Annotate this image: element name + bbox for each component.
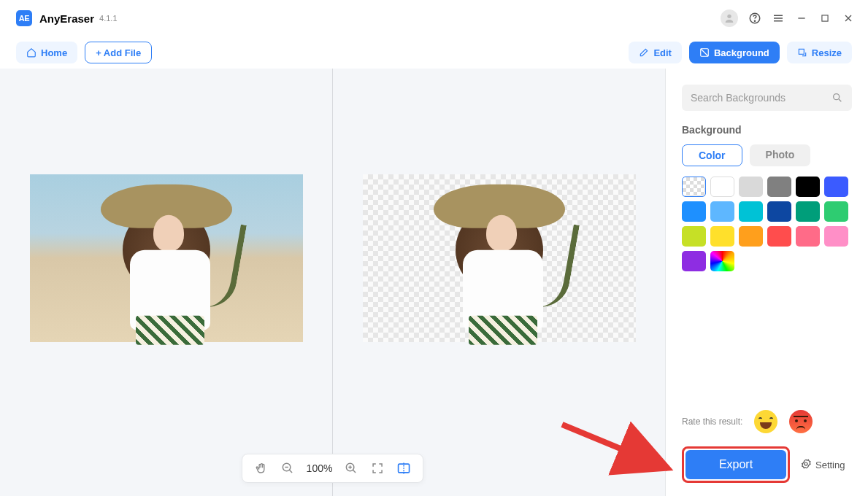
svg-point-2 xyxy=(754,20,755,21)
tab-photo[interactable]: Photo xyxy=(750,144,811,166)
minimize-icon[interactable] xyxy=(795,12,808,25)
pan-tool-icon[interactable] xyxy=(254,461,269,476)
help-icon[interactable] xyxy=(748,12,761,25)
background-tabs: Color Photo xyxy=(682,144,852,166)
color-swatch[interactable] xyxy=(682,177,706,197)
add-file-button[interactable]: + Add File xyxy=(85,42,152,63)
svg-rect-5 xyxy=(799,49,804,54)
color-swatch[interactable] xyxy=(796,177,820,197)
maximize-icon[interactable] xyxy=(818,12,831,25)
tab-color[interactable]: Color xyxy=(682,144,742,166)
user-avatar[interactable] xyxy=(721,9,738,27)
home-label: Home xyxy=(41,47,67,58)
color-swatch[interactable] xyxy=(824,177,848,197)
zoom-level: 100% xyxy=(307,462,333,474)
rate-bad-emoji[interactable] xyxy=(789,410,813,433)
color-swatch[interactable] xyxy=(767,201,791,222)
zoom-out-icon[interactable] xyxy=(280,461,295,476)
color-swatch[interactable] xyxy=(682,251,706,271)
color-swatch[interactable] xyxy=(710,226,734,247)
color-swatch[interactable] xyxy=(739,177,763,197)
home-button[interactable]: Home xyxy=(16,42,77,63)
result-image xyxy=(363,174,636,342)
color-swatch[interactable] xyxy=(682,201,706,222)
main: 100% Background Color Photo Rate this re… xyxy=(0,69,868,496)
color-swatch[interactable] xyxy=(767,177,791,197)
original-panel xyxy=(0,69,332,496)
app-name: AnyEraser xyxy=(39,12,94,25)
search-input[interactable] xyxy=(691,92,831,104)
canvas-controls: 100% xyxy=(242,454,424,483)
color-swatch[interactable] xyxy=(767,226,791,247)
export-highlight: Export xyxy=(682,446,790,483)
color-swatch[interactable] xyxy=(710,177,734,197)
app-version: 4.1.1 xyxy=(99,14,117,23)
color-swatch[interactable] xyxy=(739,226,763,247)
svg-point-0 xyxy=(727,15,731,18)
setting-label: Setting xyxy=(815,460,845,470)
rate-label: Rate this result: xyxy=(682,416,742,427)
color-swatch[interactable] xyxy=(824,226,848,247)
home-icon xyxy=(26,47,37,58)
fullscreen-icon[interactable] xyxy=(370,461,385,476)
color-swatches xyxy=(682,177,852,271)
background-section-title: Background xyxy=(682,124,852,136)
svg-point-10 xyxy=(804,462,807,465)
search-backgrounds[interactable] xyxy=(682,85,852,111)
close-icon[interactable] xyxy=(842,12,855,25)
edit-label: Edit xyxy=(653,47,672,58)
edit-icon xyxy=(639,47,649,58)
rate-good-emoji[interactable] xyxy=(754,410,777,433)
compare-icon[interactable] xyxy=(396,461,411,476)
svg-rect-3 xyxy=(822,15,828,21)
resize-icon xyxy=(797,47,807,58)
color-swatch[interactable] xyxy=(710,251,734,271)
original-image xyxy=(30,174,303,342)
color-swatch[interactable] xyxy=(739,201,763,222)
color-swatch[interactable] xyxy=(824,201,848,222)
setting-button[interactable]: Setting xyxy=(800,459,845,470)
canvas-area: 100% xyxy=(0,69,665,496)
gear-icon xyxy=(800,459,812,470)
bottom-actions: Export Setting xyxy=(682,446,852,483)
background-label: Background xyxy=(714,47,769,58)
resize-button[interactable]: Resize xyxy=(787,42,852,63)
background-icon xyxy=(699,47,710,58)
background-button[interactable]: Background xyxy=(689,42,780,63)
resize-label: Resize xyxy=(812,47,842,58)
app-logo: AE xyxy=(16,10,32,26)
zoom-in-icon[interactable] xyxy=(344,461,358,476)
color-swatch[interactable] xyxy=(710,201,734,222)
rate-row: Rate this result: xyxy=(682,410,852,433)
toolbar: Home + Add File Edit Background Resize xyxy=(0,36,868,69)
sidebar: Background Color Photo Rate this result:… xyxy=(665,69,868,496)
edit-button[interactable]: Edit xyxy=(629,42,682,63)
add-file-label: + Add File xyxy=(96,47,141,58)
result-panel xyxy=(333,69,665,496)
menu-icon[interactable] xyxy=(772,12,785,25)
color-swatch[interactable] xyxy=(682,226,706,247)
color-swatch[interactable] xyxy=(796,226,820,247)
titlebar: AE AnyEraser 4.1.1 xyxy=(0,0,868,36)
svg-point-9 xyxy=(834,94,840,100)
search-icon xyxy=(831,92,843,104)
color-swatch[interactable] xyxy=(796,201,820,222)
export-button[interactable]: Export xyxy=(685,450,786,479)
